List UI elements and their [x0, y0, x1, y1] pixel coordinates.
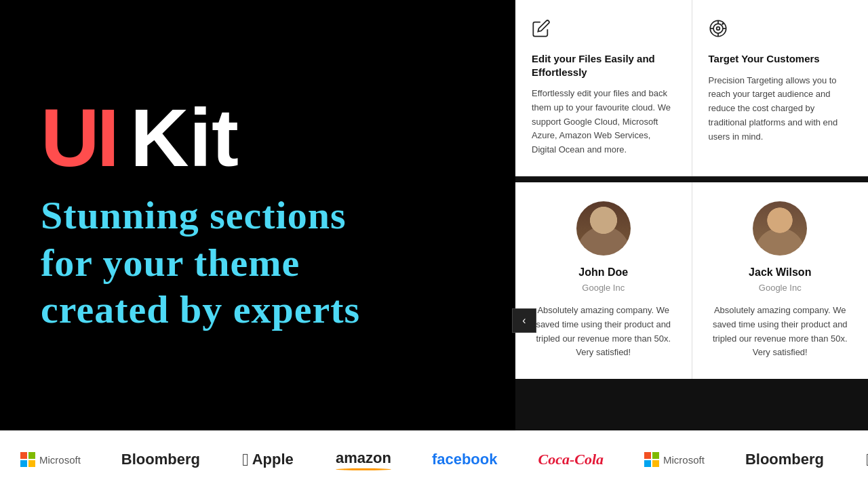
bloomberg-text-1: Bloomberg	[121, 451, 200, 468]
svg-point-2	[716, 27, 719, 30]
person-company-john: Google Inc	[532, 283, 675, 293]
feature-desc-edit: Effortlessly edit your files and back th…	[532, 87, 675, 157]
person-company-jack: Google Inc	[709, 283, 852, 293]
person-name-john: John Doe	[532, 266, 675, 279]
logo-item-microsoft-1: Microsoft	[0, 431, 101, 489]
feature-title-target: Target Your Customers	[709, 52, 852, 66]
avatar-john	[576, 201, 631, 256]
feature-card-target: Target Your Customers Precision Targetin…	[692, 0, 869, 176]
logo-kit: Kit	[130, 97, 239, 178]
subtitle-line3: created by experts	[41, 287, 360, 331]
svg-point-1	[713, 24, 723, 33]
feature-card-edit: Edit your Files Easily and Effortlessly …	[515, 0, 692, 176]
logo-item-microsoft-2: Microsoft	[624, 431, 725, 489]
apple-icon-1: 	[242, 449, 249, 470]
logo-item-bloomberg-2: Bloomberg	[725, 431, 844, 489]
logo-item-amazon-1: amazon	[315, 431, 412, 489]
testimonial-card-jack: Jack Wilson Google Inc Absolutely amazin…	[692, 182, 869, 379]
apple-text-1:  Apple	[242, 449, 294, 470]
microsoft-grid-icon-2	[644, 452, 659, 467]
logo-bar: Microsoft Bloomberg  Apple amazon faceb…	[0, 430, 868, 488]
logo-title: UI Kit	[41, 97, 475, 178]
avatar-jack	[753, 201, 807, 256]
amazon-text-1: amazon	[336, 449, 391, 466]
subtitle-line1: Stunning sections	[41, 193, 347, 237]
edit-icon	[532, 19, 675, 43]
feature-title-edit: Edit your Files Easily and Effortlessly	[532, 52, 675, 79]
facebook-text-1: facebook	[432, 451, 498, 468]
testimonial-card-john: John Doe Google Inc Absolutely amazing c…	[515, 182, 692, 379]
microsoft-text-1: Microsoft	[39, 454, 81, 466]
target-icon	[709, 19, 852, 43]
feature-cards-row: Edit your Files Easily and Effortlessly …	[515, 0, 868, 177]
prev-arrow-button[interactable]: ‹	[512, 308, 536, 333]
microsoft-text-2: Microsoft	[663, 454, 705, 466]
testimonial-text-jack: Absolutely amazing company. We saved tim…	[709, 304, 852, 360]
microsoft-logo-1: Microsoft	[20, 452, 81, 467]
microsoft-logo-2: Microsoft	[644, 452, 705, 467]
hero-subtitle: Stunning sections for your theme created…	[41, 192, 475, 333]
chevron-left-icon: ‹	[522, 314, 526, 327]
feature-desc-target: Precision Targeting allows you to reach …	[709, 74, 852, 144]
cards-section: Edit your Files Easily and Effortlessly …	[515, 0, 868, 430]
hero-section: UI Kit Stunning sections for your theme …	[0, 0, 515, 430]
bloomberg-text-2: Bloomberg	[745, 451, 824, 468]
logo-item-cocacola: Coca-Cola	[517, 431, 624, 489]
logo-item-facebook-1: facebook	[412, 431, 518, 489]
person-name-jack: Jack Wilson	[709, 266, 852, 279]
logo-item-apple-2:  Apple	[844, 431, 868, 489]
logo-ui: UI	[41, 97, 117, 178]
testimonial-cards-row: John Doe Google Inc Absolutely amazing c…	[515, 182, 868, 379]
logo-item-apple-1:  Apple	[220, 431, 315, 489]
subtitle-line2: for your theme	[41, 241, 300, 285]
microsoft-grid-icon-1	[20, 452, 35, 467]
testimonial-text-john: Absolutely amazing company. We saved tim…	[532, 304, 675, 360]
amazon-underline-1	[336, 468, 391, 470]
logo-track: Microsoft Bloomberg  Apple amazon faceb…	[0, 431, 868, 489]
logo-item-bloomberg-1: Bloomberg	[101, 431, 220, 489]
cocacola-text: Coca-Cola	[538, 451, 604, 468]
amazon-logo-1: amazon	[336, 449, 391, 470]
